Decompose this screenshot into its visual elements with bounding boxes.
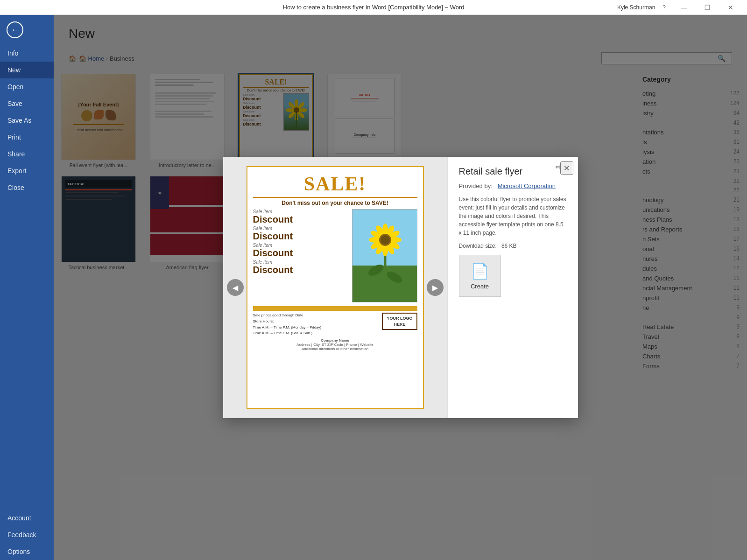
modal-preview: ◀ SALE! Don't miss out on your chance to… <box>223 157 447 418</box>
flyer-footer-text: Sale prices good through Date Store Hour… <box>253 313 382 336</box>
sidebar-item-info[interactable]: Info <box>0 45 54 62</box>
create-label: Create <box>471 283 489 290</box>
user-name: Kyle Schurman <box>617 4 655 11</box>
flyer-item-discount-2: Discount <box>253 248 352 259</box>
sidebar-divider <box>0 200 54 200</box>
svg-point-29 <box>381 235 390 245</box>
flyer-company-name: Company Name Address | City, ST ZIP Code… <box>253 338 417 351</box>
flyer-sunflower-image <box>352 209 417 302</box>
flyer-footer-row: Sale prices good through Date Store Hour… <box>253 313 417 336</box>
create-button[interactable]: 📄 Create <box>459 255 501 297</box>
modal-provider: Provided by: Microsoft Corporation <box>459 182 567 189</box>
sidebar: ← Info New Open Save Save As Print Share <box>0 15 54 560</box>
modal-nav-left[interactable]: ◀ <box>227 279 244 296</box>
sidebar-nav: Info New Open Save Save As Print Share E… <box>0 45 54 560</box>
left-arrow-icon: ◀ <box>233 283 238 292</box>
modal-download-label: Download size: <box>459 243 497 249</box>
modal-provider-label: Provided by: <box>459 182 493 189</box>
right-arrow-icon: ▶ <box>432 283 438 292</box>
window-controls: — ❐ ✕ <box>673 0 741 15</box>
flyer-item-0: Sale item Discount <box>253 209 352 225</box>
sidebar-item-open[interactable]: Open <box>0 78 54 95</box>
title-bar-user-area: Kyle Schurman ? — ❐ ✕ <box>617 0 741 15</box>
flyer-item-label-3: Sale item <box>253 259 352 265</box>
sidebar-item-save[interactable]: Save <box>0 95 54 112</box>
app-container: ← Info New Open Save Save As Print Share <box>0 15 747 560</box>
flyer-item-2: Sale item Discount <box>253 243 352 259</box>
sidebar-item-export[interactable]: Export <box>0 162 54 179</box>
flyer-item-label-1: Sale item <box>253 226 352 231</box>
back-circle-icon: ← <box>7 21 23 38</box>
sidebar-item-share[interactable]: Share <box>0 146 54 162</box>
flyer-divider-top <box>253 197 417 198</box>
sidebar-item-save-as[interactable]: Save As <box>0 112 54 129</box>
modal-template-title: Retail sale flyer <box>459 166 567 177</box>
modal-provider-link[interactable]: Microsoft Corporation <box>498 182 556 189</box>
flyer-item-label-0: Sale item <box>253 209 352 214</box>
sidebar-item-account[interactable]: Account <box>0 510 54 526</box>
flyer-item-1: Sale item Discount <box>253 226 352 242</box>
flyer-items-section: Sale item Discount Sale item Discount Sa… <box>253 209 417 302</box>
create-icon: 📄 <box>471 262 489 280</box>
flyer-footer-line2: Store Hours: <box>253 319 382 325</box>
modal-info: ⇔ Retail sale flyer Provided by: Microso… <box>447 157 578 418</box>
modal-nav-right[interactable]: ▶ <box>427 279 444 296</box>
main-content: New 🏠 🏠 Home › Business 🔍 <box>54 15 747 560</box>
flyer-subtitle: Don't miss out on your chance to SAVE! <box>282 200 388 206</box>
flyer-gold-bar <box>253 306 417 311</box>
minimize-button[interactable]: — <box>673 0 695 15</box>
maximize-button[interactable]: ❐ <box>697 0 718 15</box>
sidebar-item-close[interactable]: Close <box>0 179 54 196</box>
title-bar-title: How to create a business flyer in Word [… <box>283 4 465 11</box>
flyer-logo-box: YOUR LOGOHERE <box>382 313 417 330</box>
flyer-item-3: Sale item Discount <box>253 259 352 275</box>
help-button[interactable]: ? <box>662 4 666 11</box>
flyer-item-label-2: Sale item <box>253 243 352 248</box>
title-bar: How to create a business flyer in Word [… <box>0 0 747 15</box>
sidebar-item-options[interactable]: Options <box>0 543 54 560</box>
back-button[interactable]: ← <box>4 19 26 41</box>
flyer-item-discount-1: Discount <box>253 231 352 242</box>
flyer-item-discount-0: Discount <box>253 214 352 225</box>
flyer-item-discount-3: Discount <box>253 265 352 275</box>
sidebar-item-new[interactable]: New <box>0 62 54 78</box>
modal-body: ◀ SALE! Don't miss out on your chance to… <box>223 157 578 418</box>
flyer-company-name-text: Company Name <box>321 338 349 343</box>
sidebar-item-print[interactable]: Print <box>0 129 54 146</box>
modal-download: Download size: 86 KB <box>459 243 567 249</box>
modal: ✕ ◀ SALE! Don't miss out on your chance … <box>223 157 578 418</box>
flyer-items-left: Sale item Discount Sale item Discount Sa… <box>253 209 352 302</box>
flyer-footer-line3: Time A.M. – Time P.M. (Monday – Friday) <box>253 325 382 331</box>
flyer-preview: SALE! Don't miss out on your chance to S… <box>247 166 424 409</box>
flyer-sale-title: SALE! <box>304 173 366 195</box>
sidebar-item-feedback[interactable]: Feedback <box>0 526 54 543</box>
flyer-footer-line1: Sale prices good through Date <box>253 313 382 319</box>
flyer-footer: Sale prices good through Date Store Hour… <box>253 313 417 351</box>
flyer-company-footer: Additional directions or other informati… <box>302 347 368 351</box>
close-button[interactable]: ✕ <box>720 0 741 15</box>
modal-download-size: 86 KB <box>501 243 517 249</box>
sidebar-bottom: Account Feedback Options <box>0 510 54 560</box>
modal-description: Use this colorful flyer to promote your … <box>459 195 567 237</box>
modal-overlay: ✕ ◀ SALE! Don't miss out on your chance … <box>54 15 747 560</box>
flyer-footer-line4: Time A.M. – Time P.M. (Sat. & Sun.) <box>253 330 382 336</box>
flyer-company-address: Address | City, ST ZIP Code | Phone | We… <box>296 343 373 347</box>
modal-close-button[interactable]: ✕ <box>560 161 573 175</box>
